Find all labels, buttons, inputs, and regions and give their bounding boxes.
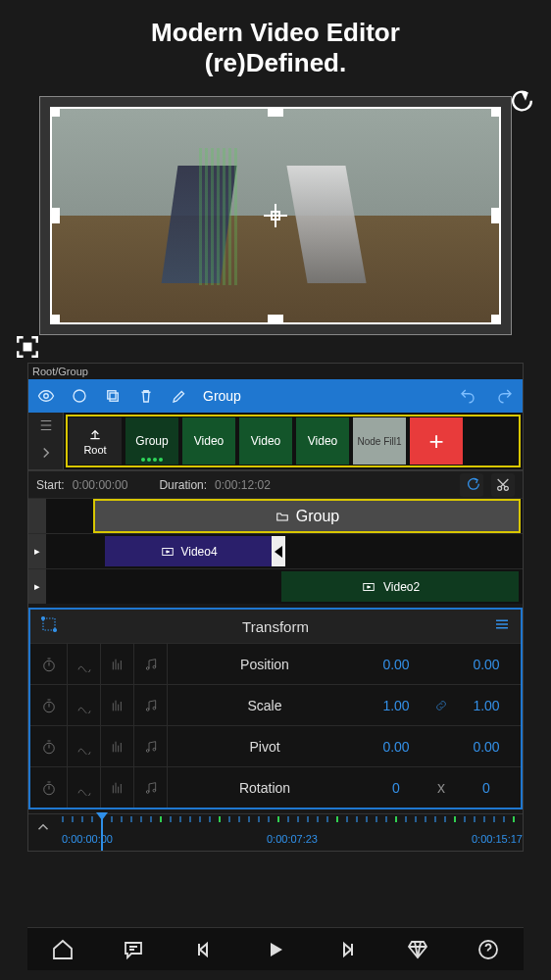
preview-canvas[interactable]: [39, 96, 512, 335]
track-play-handle[interactable]: ▸: [28, 569, 46, 604]
list-icon[interactable]: [37, 416, 55, 438]
pivot-y-value[interactable]: 0.00: [452, 739, 521, 755]
breadcrumb[interactable]: Root/Group: [28, 364, 523, 379]
play-icon[interactable]: [262, 936, 289, 963]
track-play-handle[interactable]: ▸: [28, 534, 46, 568]
position-y-value[interactable]: 0.00: [452, 657, 521, 672]
svg-point-13: [146, 667, 149, 670]
hero-line2: (re)Defined.: [0, 48, 551, 78]
transform-row-rotation: Rotation 0 x 0: [30, 766, 521, 808]
resize-handle-right[interactable]: [491, 208, 501, 223]
rotation-turns-value[interactable]: 0: [362, 780, 430, 796]
transform-gizmo-icon[interactable]: [40, 615, 58, 637]
resize-handle-bottom-left[interactable]: [50, 315, 60, 324]
music-icon[interactable]: [134, 685, 168, 725]
curve-icon[interactable]: [68, 767, 101, 808]
jitter-icon[interactable]: [101, 767, 134, 808]
svg-point-14: [153, 665, 156, 668]
home-icon[interactable]: [49, 936, 76, 963]
expand-icon[interactable]: [37, 444, 55, 466]
group-clip-label: Group: [296, 508, 339, 525]
video2-label: Video2: [383, 580, 420, 594]
transform-row-scale: Scale 1.00 1.00: [30, 684, 521, 725]
visibility-icon[interactable]: [36, 386, 56, 406]
scale-y-value[interactable]: 1.00: [452, 698, 521, 713]
stopwatch-icon[interactable]: [30, 685, 68, 725]
ruler-labels: 0:00:00:00 0:00:07:23 0:00:15:17: [62, 833, 523, 845]
pivot-crosshair-icon[interactable]: [264, 204, 287, 227]
svg-point-2: [74, 390, 85, 402]
resize-handle-bottom-right[interactable]: [491, 315, 501, 324]
track-handle[interactable]: [28, 499, 46, 533]
reset-timing-icon[interactable]: [460, 473, 483, 497]
clip-edge-handle[interactable]: [272, 536, 285, 566]
resize-handle-left[interactable]: [50, 208, 60, 223]
add-clip-button[interactable]: +: [410, 417, 463, 465]
root-button[interactable]: Root: [69, 417, 122, 465]
clip-video[interactable]: Video: [182, 417, 235, 465]
delete-icon[interactable]: [136, 386, 156, 406]
redo-icon[interactable]: [495, 386, 515, 406]
bottom-nav-bar: [27, 927, 524, 970]
music-icon[interactable]: [134, 767, 168, 808]
time-label: 0:00:00:00: [62, 833, 113, 845]
rotation-deg-value[interactable]: 0: [452, 780, 521, 796]
svg-point-10: [42, 617, 45, 620]
timeline-tracks: Group ▸ Video4 ▸ Video2: [28, 498, 523, 604]
svg-point-16: [146, 709, 149, 711]
resize-handle-bottom[interactable]: [268, 315, 283, 324]
undo-icon[interactable]: [458, 386, 477, 406]
stopwatch-icon[interactable]: [30, 767, 68, 808]
rotation-x-label: x: [430, 779, 452, 797]
transform-menu-icon[interactable]: [493, 615, 511, 637]
focus-corners-icon[interactable]: [15, 334, 40, 360]
resize-handle-top-right[interactable]: [491, 107, 501, 117]
music-icon[interactable]: [134, 726, 168, 766]
help-icon[interactable]: [475, 936, 502, 963]
clip-group[interactable]: Group: [125, 417, 178, 465]
clip-label: Video: [308, 434, 337, 448]
stopwatch-icon[interactable]: [30, 644, 68, 684]
svg-rect-9: [43, 618, 55, 630]
curve-icon[interactable]: [68, 685, 101, 725]
start-value[interactable]: 0:00:00:00: [73, 478, 128, 492]
time-ruler[interactable]: 0:00:00:00 0:00:07:23 0:00:15:17: [28, 813, 523, 851]
group-track-clip[interactable]: Group: [95, 501, 519, 531]
edit-icon[interactable]: [170, 386, 189, 406]
music-icon[interactable]: [134, 644, 168, 684]
layer-toolbar: Group: [28, 379, 523, 413]
hero-title: Modern Video Editor (re)Defined.: [0, 0, 551, 86]
curve-icon[interactable]: [68, 644, 101, 684]
step-forward-icon[interactable]: [332, 936, 360, 963]
jitter-icon[interactable]: [101, 726, 134, 766]
duration-value[interactable]: 0:00:12:02: [215, 478, 271, 492]
selection-frame[interactable]: [50, 107, 501, 324]
clip-video[interactable]: Video: [239, 417, 292, 465]
diamond-icon[interactable]: [404, 936, 431, 963]
pivot-x-value[interactable]: 0.00: [362, 739, 430, 755]
link-icon[interactable]: [430, 698, 452, 713]
comment-icon[interactable]: [120, 936, 147, 963]
position-x-value[interactable]: 0.00: [362, 657, 430, 672]
clip-label: Node Fill1: [357, 436, 401, 447]
clip-node-fill[interactable]: Node Fill1: [353, 417, 406, 465]
cut-icon[interactable]: [491, 473, 515, 497]
resize-handle-top-left[interactable]: [50, 107, 60, 117]
selection-label: Group: [203, 388, 444, 404]
resize-handle-top[interactable]: [268, 107, 283, 117]
rotate-reset-icon[interactable]: [505, 89, 532, 117]
collapse-ruler-icon[interactable]: [34, 818, 52, 840]
curve-icon[interactable]: [68, 726, 101, 766]
scale-x-value[interactable]: 1.00: [362, 698, 430, 713]
video2-track-clip[interactable]: Video2: [281, 571, 519, 602]
svg-point-11: [54, 629, 57, 632]
svg-point-17: [153, 707, 156, 710]
step-back-icon[interactable]: [191, 936, 219, 963]
video4-track-clip[interactable]: Video4: [105, 536, 272, 566]
duplicate-icon[interactable]: [103, 386, 123, 406]
jitter-icon[interactable]: [101, 644, 134, 684]
clip-video[interactable]: Video: [296, 417, 349, 465]
mask-icon[interactable]: [70, 386, 89, 406]
stopwatch-icon[interactable]: [30, 726, 68, 766]
jitter-icon[interactable]: [101, 685, 134, 725]
